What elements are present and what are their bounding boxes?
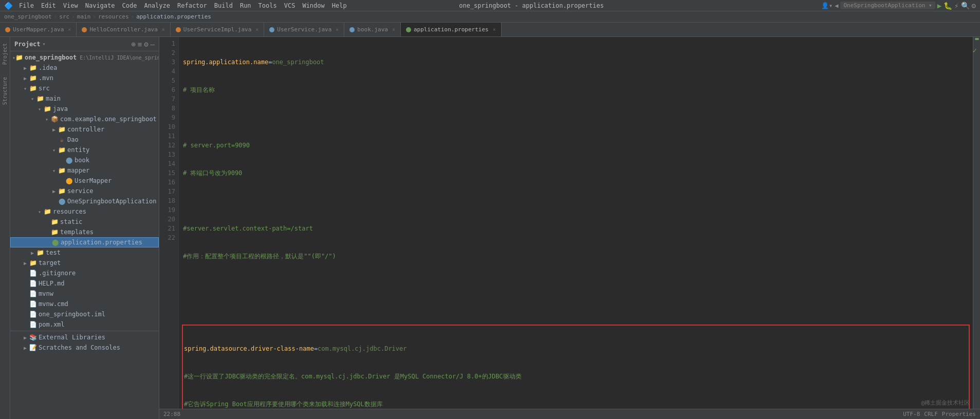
tree-item-static[interactable]: 📁 static	[10, 217, 159, 227]
tree-item-book[interactable]: ⬤ book	[10, 155, 159, 165]
run-button[interactable]: ▶	[937, 2, 941, 10]
tree-item-helpmd[interactable]: 📄 HELP.md	[10, 278, 159, 289]
code-line-1: spring.application.name=one_springboot	[183, 58, 969, 67]
tree-label-mapper: mapper	[67, 167, 89, 174]
tab-icon-book	[349, 27, 355, 32]
project-label[interactable]: Project	[2, 43, 8, 65]
menu-tools[interactable]: Tools	[255, 1, 280, 10]
breadcrumb-resources[interactable]: resources	[98, 13, 129, 20]
tab-appprops[interactable]: application.properties ×	[401, 23, 502, 37]
extlibs-icon: 📚	[29, 334, 37, 341]
structure-label[interactable]: Structure	[2, 77, 8, 105]
menu-help[interactable]: Help	[329, 1, 350, 10]
tree-label-idea: .idea	[39, 64, 57, 71]
menu-build[interactable]: Build	[211, 1, 236, 10]
collapse-icon[interactable]: ≡	[138, 40, 142, 48]
arrow-java: ▾	[36, 106, 43, 112]
tree-item-java[interactable]: ▾ 📁 java	[10, 104, 159, 114]
tab-label-userserviceimpl: UserServiceImpl.java	[183, 26, 251, 33]
tree-item-main[interactable]: ▾ 📁 main	[10, 93, 159, 104]
close-appprops[interactable]: ×	[493, 27, 496, 32]
sidebar-divider	[10, 331, 159, 331]
tree-item-mvnw[interactable]: 📄 mvnw	[10, 289, 159, 299]
arrow-test: ▶	[29, 250, 36, 256]
tab-userserviceimpl[interactable]: UserServiceImpl.java ×	[171, 23, 264, 37]
tree-item-controller[interactable]: ▶ 📁 controller	[10, 124, 159, 135]
tree-item-com[interactable]: ▾ 📦 com.example.one_springboot	[10, 114, 159, 124]
tree-label-pomxml: pom.xml	[39, 321, 65, 328]
close-usermapper[interactable]: ×	[68, 27, 71, 32]
tree-item-root[interactable]: ▾ 📁 one_springboot E:\IntelliJ IDEA\one_…	[10, 52, 159, 63]
menu-refactor[interactable]: Refactor	[174, 1, 210, 10]
tree-label-scratches: Scratches and Consoles	[39, 344, 120, 351]
user-icon[interactable]: 👤▾	[821, 2, 833, 9]
close-sidebar-icon[interactable]: —	[151, 40, 155, 48]
menu-view[interactable]: View	[60, 1, 81, 10]
menu-analyze[interactable]: Analyze	[141, 1, 173, 10]
dropdown-icon[interactable]: ▾	[43, 41, 46, 47]
tree-item-templates[interactable]: 📁 templates	[10, 227, 159, 237]
scrollbar-track[interactable]	[973, 37, 980, 409]
tree-item-src[interactable]: ▾ 📁 src	[10, 83, 159, 93]
menu-bar: 🔷 File Edit View Navigate Code Analyze R…	[0, 0, 980, 11]
close-hellocontroller[interactable]: ×	[162, 27, 165, 32]
menu-navigate[interactable]: Navigate	[82, 1, 118, 10]
menu-run[interactable]: Run	[237, 1, 254, 10]
mvnwcmd-icon: 📄	[29, 300, 37, 308]
code-container[interactable]: 12345 678910 1112131415 1617181920 2122 …	[159, 37, 980, 409]
tree-item-pomxml[interactable]: 📄 pom.xml	[10, 319, 159, 330]
tab-hellocontroller[interactable]: HelloController.java ×	[77, 23, 170, 37]
close-userserviceimpl[interactable]: ×	[255, 27, 258, 32]
menu-edit[interactable]: Edit	[38, 1, 59, 10]
tree-item-extlibs[interactable]: ▶ 📚 External Libraries	[10, 332, 159, 342]
tree-item-gitignore[interactable]: 📄 .gitignore	[10, 268, 159, 278]
settings-icon[interactable]: ⚙	[144, 40, 148, 48]
tree-item-usermapper[interactable]: ⬤ UserMapper	[10, 176, 159, 186]
tree-item-target[interactable]: ▶ 📁 target	[10, 258, 159, 268]
run-config[interactable]: OneSpringbootApplication ▾	[840, 2, 935, 9]
breadcrumb-file[interactable]: application.properties	[136, 13, 211, 20]
tree-item-mvnwcmd[interactable]: 📄 mvnw.cmd	[10, 299, 159, 309]
tab-usermapper[interactable]: UserMapper.java ×	[0, 23, 77, 37]
tree-item-mvn[interactable]: ▶ 📁 .mvn	[10, 73, 159, 83]
code-line-11: #这一行设置了JDBC驱动类的完全限定名。com.mysql.cj.jdbc.D…	[184, 372, 968, 381]
status-text: 22:88	[163, 411, 180, 417]
code-line-7: #server.servlet.context-path=/start	[183, 224, 969, 233]
menu-vcs[interactable]: VCS	[281, 1, 299, 10]
tree-item-onespringapp[interactable]: ⬤ OneSpringbootApplication	[10, 196, 159, 206]
props-icon-appprops: ⬤	[51, 239, 59, 246]
tab-userservice[interactable]: UserService.java ×	[264, 23, 344, 37]
tab-book[interactable]: book.java ×	[344, 23, 401, 37]
back-icon[interactable]: ◀	[835, 2, 838, 9]
locate-icon[interactable]: ⊕	[131, 40, 135, 48]
menu-code[interactable]: Code	[119, 1, 140, 10]
tree-item-resources[interactable]: ▾ 📁 resources	[10, 206, 159, 217]
tree-item-scratches[interactable]: ▶ 📝 Scratches and Consoles	[10, 342, 159, 353]
tree-label-onespringapp: OneSpringbootApplication	[67, 198, 156, 205]
tree-item-iml[interactable]: 📄 one_springboot.iml	[10, 309, 159, 319]
code-line-9	[183, 279, 969, 289]
tree-item-entity[interactable]: ▾ 📁 entity	[10, 145, 159, 155]
tab-label-appprops: application.properties	[414, 26, 489, 33]
breadcrumb-src[interactable]: src	[59, 13, 69, 20]
breadcrumb-main[interactable]: main	[77, 13, 91, 20]
tree-item-appprops[interactable]: ⬤ application.properties	[10, 237, 159, 247]
settings-button[interactable]: ⚙	[972, 2, 976, 10]
tree-item-dao[interactable]: ☕ Dao	[10, 135, 159, 145]
tree-item-mapper[interactable]: ▾ 📁 mapper	[10, 165, 159, 176]
menu-file[interactable]: File	[16, 1, 37, 10]
search-button[interactable]: 🔍	[961, 2, 970, 10]
close-userservice[interactable]: ×	[336, 27, 339, 32]
close-book[interactable]: ×	[392, 27, 395, 32]
tree-item-service[interactable]: ▶ 📁 service	[10, 186, 159, 196]
menu-window[interactable]: Window	[299, 1, 327, 10]
breadcrumb-project[interactable]: one_springboot	[4, 13, 52, 20]
code-line-3	[183, 113, 969, 122]
code-content[interactable]: spring.application.name=one_springboot #…	[179, 37, 973, 409]
more-run-button[interactable]: ⚡	[954, 2, 958, 10]
tree-item-idea[interactable]: ▶ 📁 .idea	[10, 63, 159, 73]
code-line-8: #作用：配置整个项目工程的根路径，默认是""(即"/")	[183, 252, 969, 261]
tree-item-test[interactable]: ▶ 📁 test	[10, 247, 159, 258]
debug-button[interactable]: 🐛	[944, 2, 952, 10]
check-mark: ✓	[973, 46, 977, 54]
